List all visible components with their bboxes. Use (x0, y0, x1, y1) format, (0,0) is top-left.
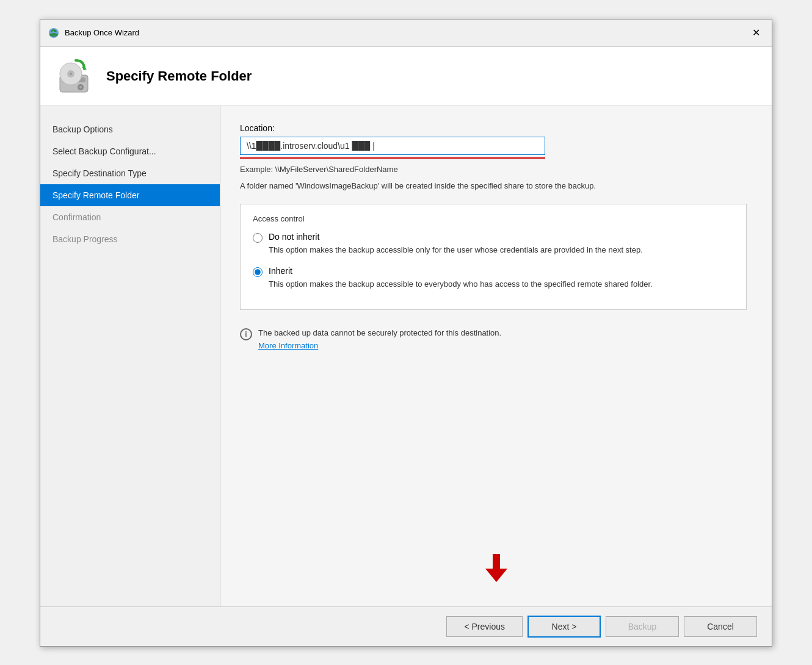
backup-button[interactable]: Backup (606, 616, 679, 637)
radio-label-do-not-inherit: Do not inherit (269, 232, 643, 242)
location-input[interactable] (240, 137, 545, 155)
footer-area: < Previous Next > Backup Cancel (40, 606, 772, 646)
app-icon (48, 27, 60, 39)
info-notice: i The backed up data cannot be securely … (240, 327, 747, 353)
access-control-box: Access control Do not inherit This optio… (240, 204, 747, 310)
content-area: Location: Example: \\MyFileServer\Shared… (220, 106, 772, 606)
info-text: A folder named 'WindowsImageBackup' will… (240, 180, 728, 192)
header-area: Specify Remote Folder (40, 47, 772, 106)
page-title: Specify Remote Folder (106, 68, 252, 84)
cancel-button[interactable]: Cancel (684, 616, 757, 637)
radio-desc-inherit: This option makes the backup accessible … (269, 278, 653, 290)
radio-do-not-inherit[interactable] (253, 233, 263, 243)
sidebar-item-select-backup[interactable]: Select Backup Configurat... (40, 140, 220, 162)
sidebar: Backup Options Select Backup Configurat.… (40, 106, 220, 606)
notice-text: The backed up data cannot be securely pr… (258, 328, 501, 337)
more-info-link[interactable]: More Information (258, 341, 318, 350)
info-icon: i (240, 328, 252, 340)
radio-desc-do-not-inherit: This option makes the backup accessible … (269, 244, 643, 256)
radio-inherit[interactable] (253, 267, 263, 277)
backup-wizard-window: Backup Once Wizard ✕ Specify Remote Fold… (40, 19, 772, 647)
title-bar-left: Backup Once Wizard (48, 27, 139, 39)
svg-point-8 (70, 73, 72, 75)
location-label: Location: (240, 123, 752, 133)
title-bar: Backup Once Wizard ✕ (40, 20, 772, 47)
radio-option-do-not-inherit: Do not inherit This option makes the bac… (253, 232, 734, 256)
sidebar-item-backup-progress: Backup Progress (40, 228, 220, 250)
previous-button[interactable]: < Previous (446, 616, 523, 637)
radio-label-inherit: Inherit (269, 266, 653, 276)
sidebar-item-remote-folder[interactable]: Specify Remote Folder (40, 184, 220, 206)
info-notice-content: The backed up data cannot be securely pr… (258, 327, 501, 353)
window-title: Backup Once Wizard (65, 28, 139, 37)
arrow-indicator (240, 554, 752, 582)
radio-option-inherit: Inherit This option makes the backup acc… (253, 266, 734, 290)
header-icon (55, 57, 94, 96)
svg-point-5 (79, 86, 82, 88)
input-underline (240, 157, 545, 159)
access-control-title: Access control (253, 214, 734, 223)
example-text: Example: \\MyFileServer\SharedFolderName (240, 165, 752, 174)
next-button[interactable]: Next > (527, 616, 601, 638)
location-input-wrap (240, 137, 752, 155)
sidebar-item-backup-options[interactable]: Backup Options (40, 118, 220, 140)
svg-point-1 (49, 33, 58, 37)
sidebar-item-destination-type[interactable]: Specify Destination Type (40, 162, 220, 184)
close-button[interactable]: ✕ (747, 24, 764, 41)
main-content: Backup Options Select Backup Configurat.… (40, 106, 772, 606)
sidebar-item-confirmation: Confirmation (40, 206, 220, 228)
